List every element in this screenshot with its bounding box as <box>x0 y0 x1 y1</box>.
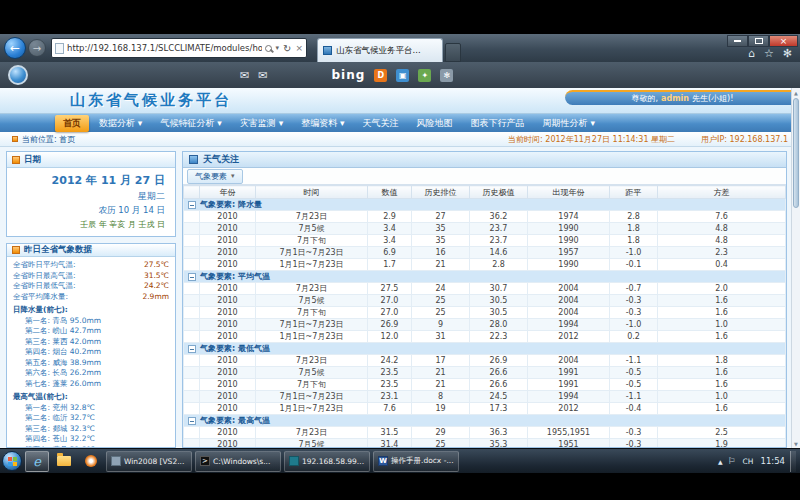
table-row[interactable]: 20107月23日31.52936.31955,1951-0.32.5 <box>184 427 786 439</box>
new-tab-button[interactable] <box>445 43 461 62</box>
chevron-down-icon[interactable]: ▾ <box>276 44 280 52</box>
stat-label: 全省昨日最高气温: <box>13 271 76 282</box>
table-row[interactable]: 20101月1日~7月23日12.03122.320120.21.6 <box>184 331 786 343</box>
share-icon[interactable]: ✻ <box>440 69 453 82</box>
address-bar[interactable]: http://192.168.137.1/SLCCLIMATE/modules/… <box>51 38 307 58</box>
close-button[interactable]: × <box>769 35 798 47</box>
table-cell: 28.0 <box>470 319 528 331</box>
group-row[interactable]: 气象要素: 降水量 <box>184 199 786 211</box>
table-row[interactable]: 20107月1日~7月23日6.91614.61957-1.02.3 <box>184 247 786 259</box>
forward-button[interactable]: → <box>28 39 46 57</box>
table-row[interactable]: 20107月5候27.02530.52004-0.31.6 <box>184 295 786 307</box>
word-window-button[interactable]: W操作手册.docx -... <box>373 451 459 472</box>
nav-item-6[interactable]: 天气关注 <box>355 115 407 132</box>
ranking-section-title: 最高气温(前七): <box>13 392 169 403</box>
table-row[interactable]: 20107月5候23.52126.61991-0.51.6 <box>184 367 786 379</box>
table-row[interactable]: 20107月23日27.52430.72004-0.72.0 <box>184 283 786 295</box>
panel-bullet-icon <box>12 156 20 164</box>
nav-item-2[interactable]: 数据分析 ▾ <box>91 115 150 132</box>
browser-tab[interactable]: 山东省气候业务平台... <box>317 38 443 62</box>
group-row[interactable]: 气象要素: 最低气温 <box>184 343 786 355</box>
group-row[interactable]: 气象要素: 最高气温 <box>184 415 786 427</box>
maximize-button[interactable] <box>748 35 769 47</box>
language-indicator[interactable]: CH <box>741 457 756 466</box>
remote-window-button[interactable]: 192.168.58.99... <box>284 451 370 472</box>
console-window-button[interactable]: >C:\Windows\s... <box>195 451 281 472</box>
table-row[interactable]: 20107月下旬27.02530.52004-0.31.6 <box>184 307 786 319</box>
nav-item-7[interactable]: 风险地图 <box>409 115 461 132</box>
back-button[interactable]: ← <box>4 37 26 59</box>
refresh-icon[interactable]: ↻ <box>283 43 291 54</box>
element-filter-button[interactable]: 气象要素 ▾ <box>187 169 243 184</box>
group-row[interactable]: 气象要素: 平均气温 <box>184 271 786 283</box>
ie-taskbar-button[interactable]: e <box>25 451 49 472</box>
main-area: 天气关注 气象要素 ▾ <box>182 151 787 448</box>
search-icon[interactable] <box>265 45 272 52</box>
table-cell: 30.7 <box>470 283 528 295</box>
row-indent-cell <box>184 259 200 271</box>
tray-expand-icon[interactable]: ▲ <box>718 458 723 465</box>
ranking-item: 第三名: 郯城 32.3℃ <box>13 424 169 435</box>
table-cell: 1990 <box>528 259 610 271</box>
nav-item-8[interactable]: 图表下行产品 <box>463 115 533 132</box>
table-row[interactable]: 20101月1日~7月23日1.7212.81990-0.10.4 <box>184 259 786 271</box>
scroll-down-icon[interactable]: ▼ <box>792 439 800 448</box>
table-row[interactable]: 20101月1日~7月23日7.61917.32012-0.41.6 <box>184 403 786 415</box>
table-cell: -0.7 <box>610 283 658 295</box>
table-row[interactable]: 20107月23日24.21726.92004-1.11.8 <box>184 355 786 367</box>
table-cell: -0.3 <box>610 307 658 319</box>
action-center-flag-icon[interactable]: ⚐ <box>728 456 736 466</box>
collapse-icon[interactable] <box>188 273 196 281</box>
mail-icon[interactable]: ✉ <box>240 69 249 82</box>
clock[interactable]: 11:54 <box>761 456 786 466</box>
table-cell: 2010 <box>200 403 256 415</box>
collapse-icon[interactable] <box>188 345 196 353</box>
table-row[interactable]: 20107月下旬3.43523.719901.84.8 <box>184 235 786 247</box>
show-desktop-button[interactable] <box>790 451 796 472</box>
nav-item-3[interactable]: 气候特征分析 ▾ <box>152 115 229 132</box>
collapse-icon[interactable] <box>188 201 196 209</box>
table-cell: 1990 <box>528 223 610 235</box>
minimize-button[interactable] <box>727 35 748 47</box>
start-button[interactable] <box>2 451 22 471</box>
stat-value: 24.2℃ <box>144 281 169 292</box>
table-row[interactable]: 20107月1日~7月23日23.1824.51994-1.11.0 <box>184 391 786 403</box>
url-text[interactable]: http://192.168.137.1/SLCCLIMATE/modules/… <box>67 43 262 53</box>
table-row[interactable]: 20107月1日~7月23日26.9928.01994-1.01.0 <box>184 319 786 331</box>
media-player-taskbar-button[interactable] <box>79 451 103 472</box>
nav-item-9[interactable]: 周期性分析 ▾ <box>535 115 603 132</box>
msn-tile-icon[interactable]: D <box>374 69 387 82</box>
toolbar-logo-icon[interactable] <box>8 65 28 85</box>
group-label: 气象要素: 降水量 <box>200 200 262 209</box>
table-cell: 27.5 <box>368 283 412 295</box>
collapse-icon[interactable] <box>188 417 196 425</box>
explorer-taskbar-button[interactable] <box>52 451 76 472</box>
vm-window-button[interactable]: Win2008 [VS2... <box>106 451 192 472</box>
send-mail-icon[interactable]: ✉ <box>258 69 267 82</box>
table-row[interactable]: 20107月5候31.42535.31951-0.31.9 <box>184 439 786 448</box>
nav-item-1[interactable]: 首页 <box>55 115 89 132</box>
page-scrollbar[interactable]: ▲ ▼ <box>791 88 800 448</box>
table-row[interactable]: 20107月5候3.43523.719901.84.8 <box>184 223 786 235</box>
home-icon[interactable]: ⌂ <box>748 47 755 60</box>
scroll-up-icon[interactable]: ▲ <box>792 88 800 97</box>
column-header: 年份 <box>200 186 256 199</box>
table-cell: 7月5候 <box>256 367 368 379</box>
table-cell: 2012 <box>528 403 610 415</box>
favorites-star-icon[interactable]: ☆ <box>764 47 774 60</box>
row-indent-cell <box>184 331 200 343</box>
bing-logo[interactable]: bing <box>331 68 365 82</box>
scrollbar-thumb[interactable] <box>793 98 799 208</box>
tools-gear-icon[interactable]: ✻ <box>783 47 792 60</box>
table-row[interactable]: 20107月23日2.92736.219742.87.6 <box>184 211 786 223</box>
people-icon[interactable]: ✦ <box>418 69 431 82</box>
table-cell: 1974 <box>528 211 610 223</box>
table-cell: 1.6 <box>658 331 786 343</box>
nav-item-4[interactable]: 灾害监测 ▾ <box>232 115 291 132</box>
table-cell: 31.4 <box>368 439 412 448</box>
table-cell: 7月下旬 <box>256 235 368 247</box>
nav-item-5[interactable]: 整编资料 ▾ <box>293 115 352 132</box>
stop-icon[interactable]: × <box>295 43 303 53</box>
table-row[interactable]: 20107月下旬23.52126.61991-0.51.6 <box>184 379 786 391</box>
photos-icon[interactable]: ▣ <box>396 69 409 82</box>
